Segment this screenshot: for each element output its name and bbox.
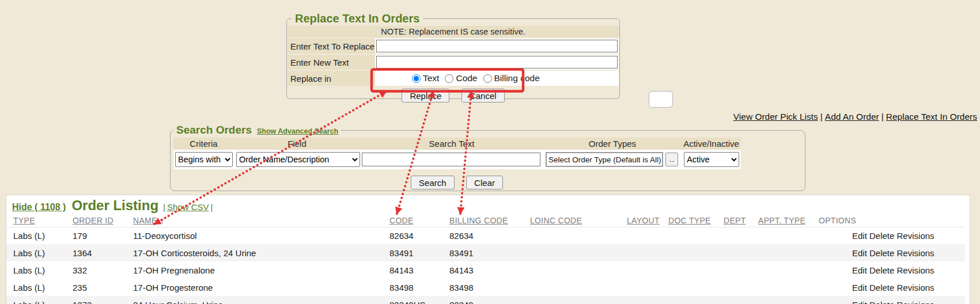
replace-in-radio-group: TextCodeBilling code	[412, 73, 546, 83]
cell-code: 83498	[383, 279, 442, 296]
criteria-select[interactable]: Begins with	[175, 152, 233, 167]
cell-loinc-code	[523, 261, 620, 279]
cell-options[interactable]: Edit Delete Revisions	[812, 296, 965, 304]
col-type[interactable]: TYPE	[13, 216, 35, 225]
active-inactive-header: Active/Inactive	[682, 138, 741, 150]
search-text-input[interactable]	[362, 153, 540, 166]
cell-doc-type	[661, 279, 717, 296]
radio-code-label: Code	[456, 73, 477, 83]
cell-code: 83491	[383, 244, 442, 261]
cell-loinc-code	[523, 279, 620, 296]
cell-doc-type	[661, 296, 717, 304]
cell-type: Labs (L)	[6, 244, 66, 261]
radio-code[interactable]	[445, 74, 453, 83]
cell-order-id: 235	[66, 279, 126, 296]
cell-type: Labs (L)	[6, 261, 66, 279]
col-order-id[interactable]: ORDER ID	[73, 216, 113, 225]
col-name[interactable]: NAME	[133, 216, 157, 225]
case-sensitive-note: NOTE: Replacement IS case sensitive.	[287, 26, 619, 37]
cell-layout	[620, 261, 661, 279]
cell-billing-code: 83491	[442, 244, 523, 261]
new-text-input[interactable]	[376, 56, 618, 69]
text-to-replace-label: Enter Text To Replace	[287, 39, 375, 54]
order-action-links: View Order Pick Lists|Add An Order|Repla…	[733, 112, 977, 122]
replace-text-panel: Replace Text In Orders NOTE: Replacement…	[286, 18, 620, 99]
show-csv-link[interactable]: Show CSV	[167, 202, 209, 212]
cell-options[interactable]: Edit Delete Revisions	[812, 244, 965, 261]
cell-dept	[717, 261, 751, 279]
cell-layout	[620, 296, 661, 304]
order-table-header-row: TYPE ORDER ID NAME↑ CODE BILLING CODE LO…	[6, 214, 965, 227]
order-type-input[interactable]	[546, 152, 663, 167]
col-doc-type[interactable]: DOC TYPE	[668, 216, 711, 225]
cell-code: 84143	[383, 261, 442, 279]
order-table: TYPE ORDER ID NAME↑ CODE BILLING CODE LO…	[6, 214, 965, 304]
col-dept[interactable]: DEPT	[724, 216, 746, 225]
cell-doc-type	[661, 227, 717, 244]
active-inactive-select[interactable]: Active	[684, 152, 739, 167]
replace-text-in-orders-link[interactable]: Replace Text In Orders	[886, 112, 977, 121]
field-select[interactable]: Order Name/Description	[236, 152, 360, 167]
search-orders-title: Search Orders	[176, 124, 252, 136]
radio-text[interactable]	[412, 74, 421, 83]
cell-layout	[620, 279, 661, 296]
search-text-header: Search Text	[360, 138, 543, 150]
col-options: OPTIONS	[819, 216, 856, 225]
show-advanced-search-link[interactable]: Show Advanced Search	[257, 127, 338, 135]
cell-billing-code: 82634	[442, 227, 523, 244]
cell-dept	[717, 244, 751, 261]
order-type-browse-button[interactable]: ...	[665, 153, 678, 166]
col-code[interactable]: CODE	[389, 216, 414, 225]
table-row: Labs (L) 1364 17-OH Corticosteroids, 24 …	[6, 244, 965, 261]
col-appt-type[interactable]: APPT. TYPE	[758, 216, 805, 225]
criteria-header: Criteria	[173, 138, 234, 150]
radio-text-label: Text	[423, 73, 439, 83]
pipe: |	[163, 202, 165, 212]
replace-panel-title: Replace Text In Orders	[292, 12, 423, 25]
add-an-order-link[interactable]: Add An Order	[825, 112, 879, 121]
new-text-label: Enter New Text	[287, 55, 375, 70]
table-row: Labs (L) 332 17-OH Pregnenalone 84143 84…	[6, 261, 965, 279]
cell-order-id: 1364	[66, 244, 126, 261]
cell-order-id: 332	[66, 261, 126, 279]
cell-layout	[620, 244, 661, 261]
search-button[interactable]: Search	[411, 176, 455, 189]
hide-count-link[interactable]: Hide ( 1108 )	[12, 202, 66, 212]
cell-appt-type	[751, 227, 812, 244]
col-layout[interactable]: LAYOUT	[627, 216, 660, 225]
cell-dept	[717, 296, 751, 304]
cell-loinc-code	[523, 244, 620, 261]
cell-options[interactable]: Edit Delete Revisions	[812, 261, 965, 279]
clear-button[interactable]: Clear	[466, 176, 503, 189]
text-to-replace-input[interactable]	[376, 40, 618, 52]
pipe: |	[211, 202, 213, 212]
col-loinc-code[interactable]: LOINC CODE	[530, 216, 582, 225]
order-table-body: Labs (L) 179 11-Deoxycortisol 82634 8263…	[6, 227, 965, 304]
search-orders-panel: Search OrdersShow Advanced Search Criter…	[170, 130, 805, 191]
cell-order-id: 179	[66, 227, 126, 244]
table-row: Labs (L) 179 11-Deoxycortisol 82634 8263…	[6, 227, 965, 244]
order-types-header: Order Types	[543, 138, 682, 150]
radio-billing-code[interactable]	[483, 74, 492, 83]
cell-name: 24 Hour Calcium, Urine	[126, 296, 383, 304]
replace-button[interactable]: Replace	[402, 89, 449, 102]
cell-name: 17-OH Pregnenalone	[126, 261, 383, 279]
cell-name: 17-OH Corticosteroids, 24 Urine	[126, 244, 383, 261]
empty-popup-box	[649, 91, 673, 108]
cancel-button[interactable]: Cancel	[461, 89, 505, 102]
replace-in-label: Replace in	[287, 71, 375, 86]
cell-appt-type	[751, 244, 812, 261]
col-billing-code[interactable]: BILLING CODE	[449, 216, 508, 225]
cell-billing-code: 82340	[442, 296, 523, 304]
cell-billing-code: 84143	[442, 261, 523, 279]
cell-appt-type	[751, 261, 812, 279]
cell-options[interactable]: Edit Delete Revisions	[812, 227, 965, 244]
table-row: Labs (L) 1373 24 Hour Calcium, Urine 823…	[6, 296, 965, 304]
cell-dept	[717, 227, 751, 244]
cell-options[interactable]: Edit Delete Revisions	[812, 279, 965, 296]
cell-code: 82634	[383, 227, 442, 244]
listing-header-bar: Hide ( 1108 )Order Listing|Show CSV|	[6, 195, 970, 214]
view-order-pick-lists-link[interactable]: View Order Pick Lists	[733, 112, 818, 121]
link-separator: |	[820, 112, 823, 121]
cell-name: 11-Deoxycortisol	[126, 227, 383, 244]
